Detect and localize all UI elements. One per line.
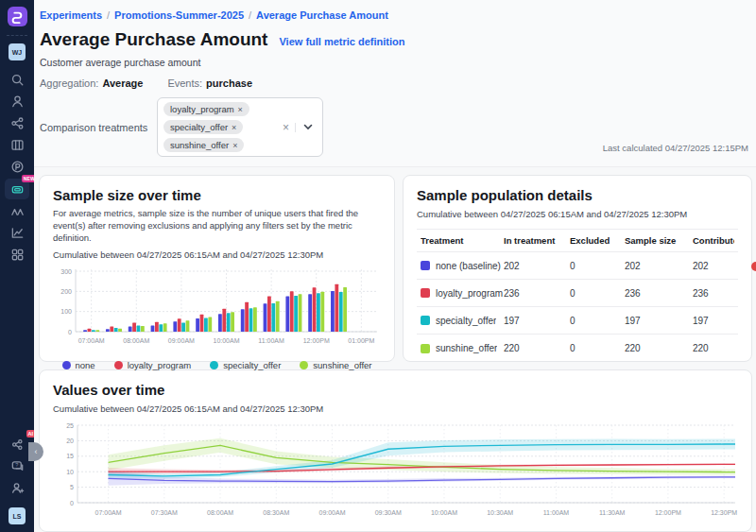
legend-label: none xyxy=(76,360,95,370)
chip-remove-icon[interactable]: × xyxy=(232,123,236,132)
table-row: sunshine_offer 220 0 220 220 xyxy=(417,335,738,362)
clear-selection-icon[interactable]: × xyxy=(277,121,295,134)
legend-dot xyxy=(62,361,71,369)
treatment-swatch xyxy=(421,288,430,298)
page-header: Experiments / Promotions-Summer-2025 / A… xyxy=(34,0,756,167)
view-metric-definition-link[interactable]: View full metric definition xyxy=(279,36,404,47)
svg-text:07:30AM: 07:30AM xyxy=(151,509,178,516)
legend-label: specialty_offer xyxy=(223,360,281,370)
excluded-value: 0 xyxy=(570,343,625,353)
page-title: Average Purchase Amount xyxy=(40,29,267,50)
workspace-avatar[interactable]: WJ xyxy=(9,43,26,60)
svg-text:11:00AM: 11:00AM xyxy=(543,509,570,516)
ai-assistant-icon[interactable]: AI xyxy=(6,435,28,455)
col-in-treatment: In treatment xyxy=(504,235,570,246)
breadcrumb-experiment-name[interactable]: Promotions-Summer-2025 xyxy=(114,9,244,21)
legend-item-sunshine[interactable]: sunshine_offer xyxy=(300,360,371,370)
analytics-icon[interactable] xyxy=(6,223,28,243)
chevron-down-icon[interactable] xyxy=(295,123,317,132)
aggregation-row: Aggregation:Average Events:purchase xyxy=(40,77,748,89)
values-card: Values over time Cumulative between 04/2… xyxy=(39,369,752,532)
col-treatment: Treatment xyxy=(421,235,504,246)
chip-loyalty-program[interactable]: loyalty_program× xyxy=(163,102,249,116)
treatment-name: sunshine_offer xyxy=(436,343,497,353)
svg-text:12:30PM: 12:30PM xyxy=(711,509,737,516)
svg-text:100: 100 xyxy=(60,309,72,316)
svg-text:?: ? xyxy=(15,462,18,468)
search-icon[interactable] xyxy=(6,70,28,90)
breadcrumb: Experiments / Promotions-Summer-2025 / A… xyxy=(40,9,748,21)
chip-remove-icon[interactable]: × xyxy=(238,105,243,114)
sample-size-description: For average metrics, sample size is the … xyxy=(53,208,381,244)
main-content: Experiments / Promotions-Summer-2025 / A… xyxy=(34,0,756,532)
svg-text:0: 0 xyxy=(70,500,74,506)
treatment-swatch xyxy=(421,344,430,353)
user-avatar[interactable]: LS xyxy=(9,507,26,524)
population-title: Sample population details xyxy=(417,187,738,203)
sample-size-value: 236 xyxy=(625,288,693,299)
treatment-name: none (baseline) xyxy=(436,261,501,271)
excluded-value: 0 xyxy=(570,261,625,271)
statsig-logo-icon[interactable] xyxy=(8,7,27,26)
sidebar-divider xyxy=(7,35,27,36)
legend-item-loyalty[interactable]: loyalty_program xyxy=(114,360,192,370)
values-range: Cumulative between 04/27/2025 06:15AM an… xyxy=(53,403,738,414)
treatment-name: specialty_offer xyxy=(436,316,496,326)
contributors-value: 197 xyxy=(693,316,734,326)
svg-text:09:00AM: 09:00AM xyxy=(318,509,345,516)
pulse-icon[interactable] xyxy=(6,157,28,177)
contributors-value: 202 xyxy=(693,261,734,271)
invite-user-icon[interactable] xyxy=(6,478,28,498)
svg-text:10:00AM: 10:00AM xyxy=(431,509,457,516)
breadcrumb-experiments[interactable]: Experiments xyxy=(40,9,102,21)
table-header-row: Treatment In treatment Excluded Sample s… xyxy=(417,230,738,252)
sample-size-value: 220 xyxy=(625,343,693,353)
chip-specialty-offer[interactable]: specialty_offer× xyxy=(163,120,243,134)
svg-text:11:00AM: 11:00AM xyxy=(258,337,284,344)
svg-text:5: 5 xyxy=(70,484,74,490)
breadcrumb-separator: / xyxy=(249,9,251,21)
svg-text:08:00AM: 08:00AM xyxy=(123,337,149,344)
notification-notch[interactable] xyxy=(751,262,756,271)
cards-area: Sample size over time For average metric… xyxy=(34,167,756,532)
svg-text:20: 20 xyxy=(66,438,74,444)
svg-text:07:00AM: 07:00AM xyxy=(95,509,122,516)
contributors-value: 220 xyxy=(693,343,734,353)
chip-label: specialty_offer xyxy=(170,122,228,132)
svg-text:0: 0 xyxy=(68,329,72,335)
feature-gates-icon[interactable] xyxy=(6,135,28,155)
legend-dot xyxy=(114,361,123,369)
treatment-swatch xyxy=(421,261,430,270)
svg-text:08:30AM: 08:30AM xyxy=(263,509,289,516)
svg-text:300: 300 xyxy=(60,268,72,275)
aggregation-label: Aggregation: xyxy=(40,77,98,89)
chip-sunshine-offer[interactable]: sunshine_offer× xyxy=(163,138,244,152)
table-row: none (baseline) 202 0 202 202 xyxy=(417,252,738,280)
svg-text:10: 10 xyxy=(66,469,74,475)
sidebar: WJ NEW AI xyxy=(0,0,34,532)
treatments-select[interactable]: loyalty_program× specialty_offer× sunshi… xyxy=(157,97,323,157)
legend-item-none[interactable]: none xyxy=(62,360,95,370)
svg-text:09:30AM: 09:30AM xyxy=(375,509,402,516)
table-row: loyalty_program 236 0 236 236 xyxy=(417,280,738,307)
experiments-icon[interactable] xyxy=(6,201,28,221)
in-treatment-value: 197 xyxy=(504,316,570,326)
breadcrumb-metric-name[interactable]: Average Purchase Amount xyxy=(256,9,388,21)
sample-size-legend: none loyalty_program specialty_offer sun… xyxy=(53,360,381,370)
chip-remove-icon[interactable]: × xyxy=(232,141,237,150)
segments-icon[interactable] xyxy=(6,113,28,133)
treatment-swatch xyxy=(421,316,430,325)
breadcrumb-separator: / xyxy=(107,9,110,21)
legend-label: sunshine_offer xyxy=(313,360,371,370)
col-sample-size: Sample size xyxy=(625,235,693,246)
population-range: Cumulative between 04/27/2025 06:15AM an… xyxy=(417,209,738,219)
metric-subtitle: Customer average purchase amount xyxy=(40,57,748,68)
users-icon[interactable] xyxy=(6,92,28,112)
svg-text:09:00AM: 09:00AM xyxy=(168,337,195,344)
metrics-icon[interactable]: NEW xyxy=(5,179,29,199)
sample-size-chart-svg: 010020030007:00AM08:00AM09:00AM10:00AM11… xyxy=(53,264,381,354)
legend-item-specialty[interactable]: specialty_offer xyxy=(210,360,281,370)
contributors-value: 236 xyxy=(693,288,734,299)
apps-grid-icon[interactable] xyxy=(6,245,28,265)
help-chat-icon[interactable]: ? xyxy=(6,456,28,476)
